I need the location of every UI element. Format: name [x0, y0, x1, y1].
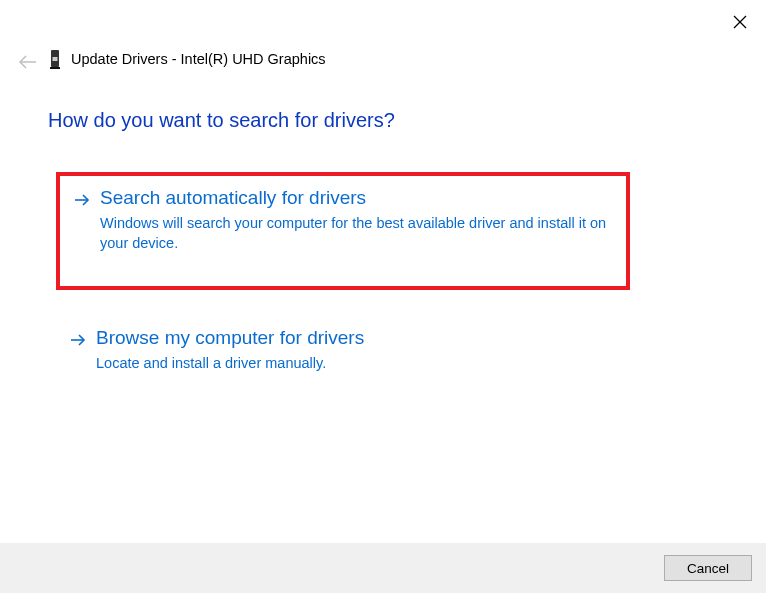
arrow-right-icon — [70, 333, 86, 347]
dialog-title: Update Drivers - Intel(R) UHD Graphics — [71, 51, 326, 67]
dialog-header: Update Drivers - Intel(R) UHD Graphics — [48, 49, 326, 69]
svg-rect-5 — [50, 67, 60, 69]
close-icon[interactable] — [732, 14, 748, 30]
arrow-right-icon — [74, 193, 90, 207]
back-arrow-icon — [18, 54, 38, 70]
search-automatically-option[interactable]: Search automatically for drivers Windows… — [56, 172, 630, 290]
option-description: Locate and install a driver manually. — [96, 353, 616, 373]
option-title: Browse my computer for drivers — [96, 326, 616, 351]
dialog-footer: Cancel — [0, 543, 766, 593]
option-title: Search automatically for drivers — [100, 186, 612, 211]
device-icon — [48, 49, 62, 69]
cancel-button[interactable]: Cancel — [664, 555, 752, 581]
svg-rect-4 — [53, 57, 58, 61]
option-description: Windows will search your computer for th… — [100, 213, 612, 254]
browse-computer-option[interactable]: Browse my computer for drivers Locate an… — [56, 316, 630, 387]
page-heading: How do you want to search for drivers? — [48, 109, 395, 132]
